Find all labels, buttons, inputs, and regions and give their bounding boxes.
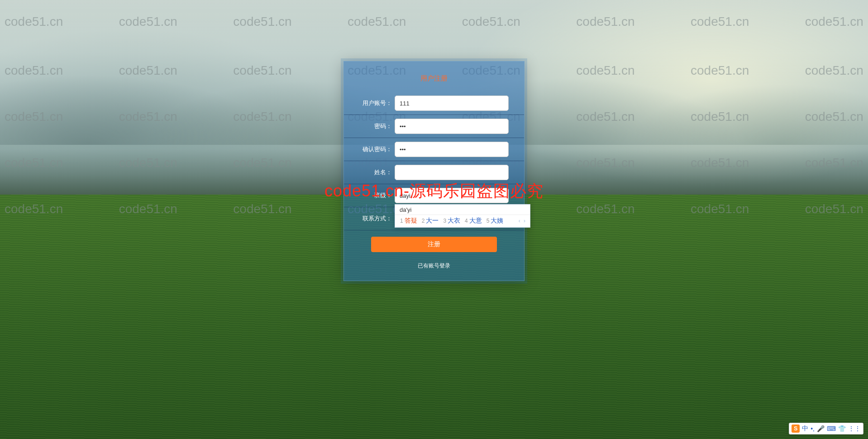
ime-lang-toggle[interactable]: 中 — [802, 425, 808, 433]
register-form: 用户注册 用户账号： 密码： 确认密码： 姓名： 班级： 联系方式： 注册 已有… — [343, 61, 525, 281]
ime-candidate-list: 1答疑2大一3大衣4大意5大姨‹ › — [395, 215, 530, 227]
name-input[interactable] — [395, 165, 509, 180]
password-label: 密码： — [359, 123, 395, 130]
ime-page-arrows[interactable]: ‹ › — [519, 218, 526, 224]
field-row-password: 密码： — [344, 115, 524, 138]
confirm-label: 确认密码： — [359, 146, 395, 153]
ime-logo-icon[interactable]: S — [792, 425, 800, 433]
register-button[interactable]: 注册 — [371, 237, 497, 252]
ime-candidate[interactable]: 3大衣 — [442, 217, 462, 225]
ime-candidate[interactable]: 5大姨 — [485, 217, 505, 225]
ime-keyboard-icon[interactable]: ⌨ — [827, 425, 836, 432]
button-row: 注册 — [344, 230, 524, 255]
ime-punct-toggle[interactable]: •, — [811, 425, 815, 432]
field-row-confirm: 确认密码： — [344, 138, 524, 161]
username-label: 用户账号： — [359, 100, 395, 107]
login-link[interactable]: 已有账号登录 — [418, 262, 450, 269]
ime-composition: da'yi — [395, 205, 530, 215]
class-input[interactable] — [395, 188, 509, 203]
ime-candidate[interactable]: 2大一 — [420, 217, 440, 225]
login-link-row: 已有账号登录 — [344, 261, 524, 270]
ime-toolbar[interactable]: S 中 •, 🎤 ⌨ 👕 ⋮⋮ — [789, 423, 863, 434]
class-label: 班级： — [359, 192, 395, 199]
ime-candidate[interactable]: 1答疑 — [399, 217, 419, 225]
contact-label: 联系方式： — [359, 215, 395, 222]
password-input[interactable] — [395, 119, 509, 134]
form-title: 用户注册 — [344, 74, 524, 83]
confirm-password-input[interactable] — [395, 142, 509, 157]
name-label: 姓名： — [359, 169, 395, 176]
field-row-name: 姓名： — [344, 161, 524, 184]
ime-candidate[interactable]: 4大意 — [463, 217, 483, 225]
field-row-username: 用户账号： — [344, 92, 524, 115]
ime-menu-icon[interactable]: ⋮⋮ — [848, 425, 861, 432]
ime-skin-icon[interactable]: 👕 — [838, 425, 846, 432]
username-input[interactable] — [395, 95, 509, 111]
ime-candidate-popup[interactable]: da'yi 1答疑2大一3大衣4大意5大姨‹ › — [395, 204, 530, 228]
ime-voice-icon[interactable]: 🎤 — [817, 425, 825, 432]
